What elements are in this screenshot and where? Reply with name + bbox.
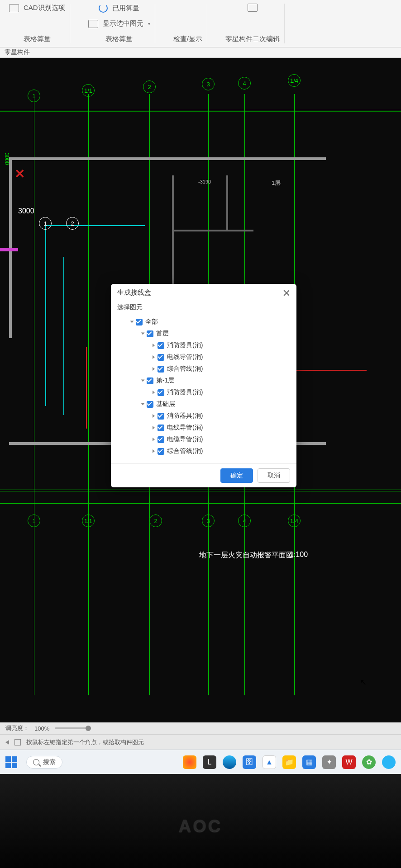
- app-icon[interactable]: ▲: [263, 755, 276, 769]
- tree-toggle-icon[interactable]: [153, 414, 155, 418]
- checkbox[interactable]: [158, 389, 164, 396]
- dialog-subtitle: 选择图元: [111, 302, 296, 316]
- ribbon-group-used: 已用算量 显示选中图元 ▾ 表格算量: [84, 4, 155, 43]
- gridline: [0, 503, 401, 504]
- checkbox[interactable]: [158, 448, 164, 455]
- tree-node[interactable]: 消防器具(消): [122, 387, 290, 398]
- app-icon[interactable]: ✿: [362, 755, 376, 769]
- dimension-text: 3000: [18, 207, 34, 215]
- check-show-label: 检查/显示: [173, 35, 202, 43]
- tree-node[interactable]: 电线导管(消): [122, 422, 290, 434]
- red-line: [294, 370, 367, 371]
- dialog-titlebar: 生成接线盒: [111, 284, 296, 302]
- brightness-slider[interactable]: [55, 727, 91, 729]
- tree-node[interactable]: 首层: [122, 328, 290, 340]
- app-icon[interactable]: 图: [243, 755, 256, 769]
- close-icon[interactable]: [283, 289, 290, 297]
- show-selected-label: 显示选中图元: [103, 19, 143, 28]
- monitor-bezel: AOC: [0, 774, 401, 868]
- refresh-button[interactable]: 已用算量: [99, 4, 139, 13]
- app-icon[interactable]: L: [203, 755, 216, 769]
- tree-node[interactable]: 消防器具(消): [122, 410, 290, 422]
- gridline: [0, 111, 401, 112]
- back-icon[interactable]: [5, 740, 9, 745]
- checkbox[interactable]: [158, 413, 164, 420]
- tree-node[interactable]: 全部: [122, 316, 290, 328]
- x-mark-icon: ✕: [14, 166, 25, 181]
- checkbox[interactable]: [158, 425, 164, 431]
- tree-node-label: 基础层: [156, 400, 175, 408]
- wall: [226, 175, 228, 230]
- show-selected-button[interactable]: 显示选中图元 ▾: [88, 19, 150, 28]
- checkbox[interactable]: [158, 342, 164, 349]
- tree-toggle-icon[interactable]: [141, 403, 145, 406]
- gridline: [34, 94, 34, 695]
- tree-node[interactable]: 电线导管(消): [122, 351, 290, 363]
- tree-toggle-icon[interactable]: [153, 449, 155, 453]
- tree-toggle-icon[interactable]: [153, 426, 155, 429]
- axis-bubble: 2: [149, 514, 162, 527]
- scatter-component-button[interactable]: [248, 4, 258, 12]
- tree-toggle-icon[interactable]: [153, 391, 155, 394]
- tree-toggle-icon[interactable]: [130, 321, 134, 323]
- tree-node[interactable]: 综合管线(消): [122, 363, 290, 375]
- drawing-title: 地下一层火灾自动报警平面图: [199, 551, 293, 560]
- cancel-button[interactable]: 取消: [258, 468, 290, 483]
- tree-toggle-icon[interactable]: [153, 344, 155, 347]
- ribbon-group-check: 检查/显示: [169, 4, 207, 43]
- taskbar-search[interactable]: 搜索: [26, 756, 62, 769]
- tree-toggle-icon[interactable]: [141, 380, 145, 382]
- tree-node-label: 消防器具(消): [167, 412, 203, 420]
- tree-node[interactable]: 电缆导管(消): [122, 434, 290, 445]
- wiring-line: [63, 257, 64, 415]
- axis-bubble: 3: [202, 514, 215, 527]
- wall: [9, 157, 326, 160]
- wps-icon[interactable]: W: [342, 755, 356, 769]
- scatter-icon: [248, 4, 258, 12]
- app-icon[interactable]: ✦: [322, 755, 336, 769]
- cad-recognize-label: CAD识别选项: [24, 4, 65, 12]
- scatter-component-label: 零星构件二次编辑: [225, 35, 280, 43]
- drawing-scale: 1:100: [290, 551, 308, 559]
- tree-toggle-icon[interactable]: [153, 367, 155, 371]
- tree-node-label: 综合管线(消): [167, 365, 203, 373]
- edge-icon[interactable]: [223, 755, 236, 769]
- checkbox[interactable]: [147, 377, 153, 384]
- checkbox[interactable]: [147, 401, 153, 408]
- secondary-label: 零星构件: [0, 47, 401, 58]
- checkbox[interactable]: [136, 319, 143, 326]
- axis-bubble: 1/4: [288, 514, 301, 527]
- axis-bubble: 1/1: [82, 84, 95, 97]
- element-tree[interactable]: 全部首层消防器具(消)电线导管(消)综合管线(消)第-1层消防器具(消)基础层消…: [111, 316, 296, 463]
- tree-node[interactable]: 第-1层: [122, 375, 290, 387]
- ok-button[interactable]: 确定: [220, 468, 253, 483]
- refresh-icon: [99, 4, 108, 13]
- app-icon[interactable]: [183, 755, 196, 769]
- windows-start-icon[interactable]: [5, 756, 17, 768]
- checkbox[interactable]: [158, 436, 164, 443]
- tree-node-label: 全部: [145, 318, 158, 326]
- app-icon[interactable]: ▦: [302, 755, 316, 769]
- drawing-canvas[interactable]: 1 1/1 2 3 4 1/4 1 1/1 2 3 4 1/4 3000 300…: [0, 58, 401, 722]
- floor-label: 1层: [272, 179, 281, 187]
- cad-recognize-button[interactable]: CAD识别选项: [9, 4, 65, 12]
- checkbox[interactable]: [158, 354, 164, 361]
- slider-thumb[interactable]: [86, 726, 91, 731]
- dialog-footer: 确定 取消: [111, 463, 296, 487]
- explorer-icon[interactable]: 📁: [282, 755, 296, 769]
- tree-node-label: 电线导管(消): [167, 353, 203, 361]
- tree-toggle-icon[interactable]: [153, 438, 155, 441]
- tree-toggle-icon[interactable]: [141, 333, 145, 335]
- axis-bubble: 1/4: [288, 74, 301, 87]
- cursor-icon: ↖: [360, 677, 367, 687]
- app-icon[interactable]: [382, 755, 396, 769]
- axis-bubble: 1: [28, 90, 40, 102]
- checkbox[interactable]: [147, 330, 153, 337]
- checkbox[interactable]: [158, 366, 164, 373]
- tree-node[interactable]: 消防器具(消): [122, 340, 290, 351]
- tree-toggle-icon[interactable]: [153, 355, 155, 359]
- tree-node-label: 综合管线(消): [167, 447, 203, 455]
- expand-icon[interactable]: [14, 739, 21, 745]
- tree-node[interactable]: 综合管线(消): [122, 445, 290, 457]
- tree-node[interactable]: 基础层: [122, 398, 290, 410]
